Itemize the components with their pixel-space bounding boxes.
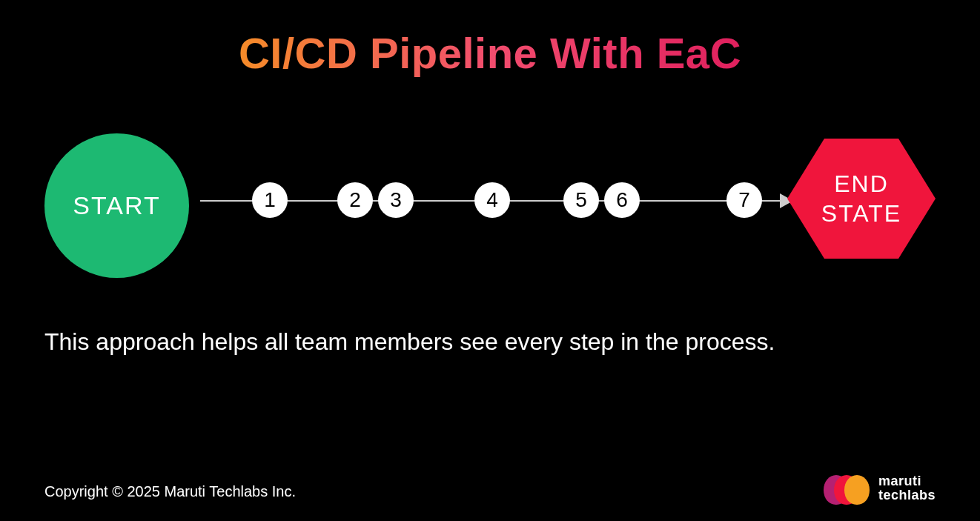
start-node: START: [44, 133, 189, 278]
pipeline-step-3: 3: [378, 182, 414, 218]
pipeline-step-5: 5: [563, 182, 599, 218]
pipeline-step-2: 2: [337, 182, 373, 218]
pipeline-step-4: 4: [474, 182, 510, 218]
end-label: END STATE: [821, 169, 901, 228]
pipeline-step-6: 6: [604, 182, 640, 218]
logo-text: maruti techlabs: [878, 474, 936, 502]
pipeline-step-1: 1: [252, 182, 288, 218]
start-label: START: [73, 191, 160, 220]
logo-line2: techlabs: [878, 488, 936, 502]
logo-line1: maruti: [878, 474, 936, 488]
pipeline-diagram: START 1234567 END STATE: [44, 119, 936, 282]
diagram-title: CI/CD Pipeline With EaC: [0, 28, 980, 78]
end-node: END STATE: [787, 132, 936, 265]
brand-logo: maruti techlabs: [824, 472, 936, 505]
logo-mark-icon: [824, 472, 870, 505]
pipeline-step-7: 7: [726, 182, 762, 218]
copyright-text: Copyright © 2025 Maruti Techlabs Inc.: [44, 483, 296, 500]
description-text: This approach helps all team members see…: [44, 326, 775, 358]
